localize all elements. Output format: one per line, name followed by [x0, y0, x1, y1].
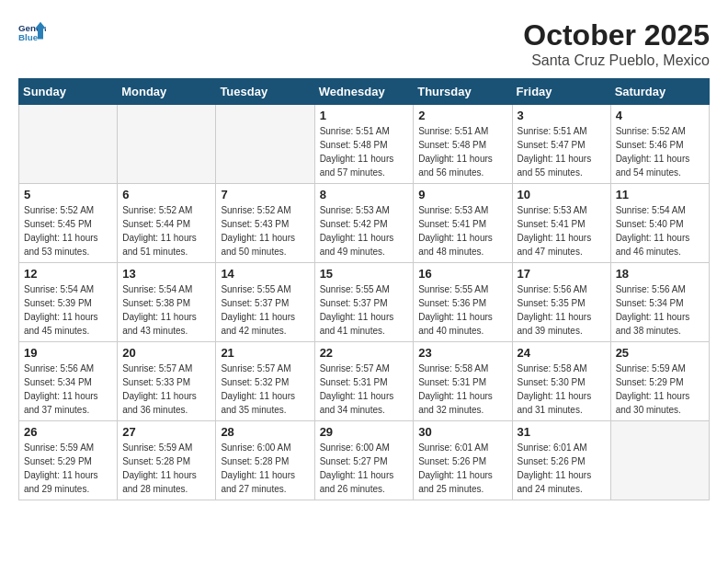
day-number: 2: [418, 109, 506, 122]
day-info: Sunrise: 5:59 AM Sunset: 5:29 PM Dayligh…: [24, 441, 112, 496]
day-number: 14: [221, 267, 309, 281]
calendar-cell: 17Sunrise: 5:56 AM Sunset: 5:35 PM Dayli…: [512, 263, 610, 342]
calendar-cell: 31Sunrise: 6:01 AM Sunset: 5:26 PM Dayli…: [512, 421, 610, 500]
day-info: Sunrise: 5:57 AM Sunset: 5:33 PM Dayligh…: [122, 362, 210, 417]
day-info: Sunrise: 5:53 AM Sunset: 5:42 PM Dayligh…: [320, 203, 409, 259]
day-info: Sunrise: 5:53 AM Sunset: 5:41 PM Dayligh…: [518, 203, 606, 259]
day-number: 8: [320, 188, 409, 201]
logo-icon: General Blue: [18, 18, 46, 46]
day-info: Sunrise: 5:57 AM Sunset: 5:32 PM Dayligh…: [221, 362, 309, 417]
calendar-cell: 27Sunrise: 5:59 AM Sunset: 5:28 PM Dayli…: [118, 421, 216, 500]
calendar-cell: 30Sunrise: 6:01 AM Sunset: 5:26 PM Dayli…: [414, 421, 512, 500]
day-number: 13: [122, 267, 210, 281]
calendar-cell: 24Sunrise: 5:58 AM Sunset: 5:30 PM Dayli…: [512, 342, 610, 421]
calendar-cell: [118, 105, 216, 184]
day-info: Sunrise: 5:59 AM Sunset: 5:28 PM Dayligh…: [122, 441, 210, 496]
day-info: Sunrise: 5:56 AM Sunset: 5:34 PM Dayligh…: [616, 282, 704, 338]
day-info: Sunrise: 5:53 AM Sunset: 5:41 PM Dayligh…: [418, 203, 506, 259]
header: General Blue General Blue October 2025 S…: [18, 18, 710, 69]
day-info: Sunrise: 5:55 AM Sunset: 5:37 PM Dayligh…: [221, 282, 309, 338]
day-number: 19: [24, 346, 112, 360]
weekday-header-row: SundayMondayTuesdayWednesdayThursdayFrid…: [19, 79, 710, 105]
day-number: 11: [616, 188, 704, 201]
page-container: General Blue General Blue October 2025 S…: [18, 18, 710, 500]
calendar-cell: 1Sunrise: 5:51 AM Sunset: 5:48 PM Daylig…: [314, 105, 414, 184]
month-title: October 2025: [523, 18, 710, 52]
day-number: 10: [518, 188, 606, 201]
day-info: Sunrise: 5:57 AM Sunset: 5:31 PM Dayligh…: [320, 362, 409, 417]
day-number: 5: [24, 188, 112, 201]
day-number: 12: [24, 267, 112, 281]
weekday-thursday: Thursday: [414, 79, 512, 105]
day-info: Sunrise: 6:00 AM Sunset: 5:28 PM Dayligh…: [221, 441, 309, 496]
weekday-saturday: Saturday: [610, 79, 709, 105]
day-number: 6: [122, 188, 210, 201]
calendar-cell: 3Sunrise: 5:51 AM Sunset: 5:47 PM Daylig…: [512, 105, 610, 184]
day-info: Sunrise: 6:01 AM Sunset: 5:26 PM Dayligh…: [418, 441, 506, 496]
day-info: Sunrise: 5:55 AM Sunset: 5:36 PM Dayligh…: [418, 282, 506, 338]
day-number: 4: [616, 109, 704, 122]
day-info: Sunrise: 5:52 AM Sunset: 5:44 PM Dayligh…: [122, 203, 210, 259]
calendar-cell: 8Sunrise: 5:53 AM Sunset: 5:42 PM Daylig…: [314, 184, 414, 263]
weekday-sunday: Sunday: [19, 79, 118, 105]
calendar-cell: 14Sunrise: 5:55 AM Sunset: 5:37 PM Dayli…: [216, 263, 314, 342]
day-info: Sunrise: 5:52 AM Sunset: 5:46 PM Dayligh…: [616, 124, 704, 179]
calendar-cell: [216, 105, 314, 184]
calendar-cell: 12Sunrise: 5:54 AM Sunset: 5:39 PM Dayli…: [19, 263, 118, 342]
calendar-cell: 18Sunrise: 5:56 AM Sunset: 5:34 PM Dayli…: [610, 263, 709, 342]
day-number: 18: [616, 267, 704, 281]
location-title: Santa Cruz Pueblo, Mexico: [523, 52, 710, 69]
calendar-cell: 28Sunrise: 6:00 AM Sunset: 5:28 PM Dayli…: [216, 421, 314, 500]
day-info: Sunrise: 5:58 AM Sunset: 5:30 PM Dayligh…: [518, 362, 606, 417]
calendar-cell: [19, 105, 118, 184]
day-number: 28: [221, 425, 309, 439]
calendar-cell: 22Sunrise: 5:57 AM Sunset: 5:31 PM Dayli…: [314, 342, 414, 421]
day-number: 21: [221, 346, 309, 360]
day-info: Sunrise: 5:56 AM Sunset: 5:35 PM Dayligh…: [518, 282, 606, 338]
day-number: 26: [24, 425, 112, 439]
week-row-2: 5Sunrise: 5:52 AM Sunset: 5:45 PM Daylig…: [19, 184, 710, 263]
day-info: Sunrise: 5:51 AM Sunset: 5:47 PM Dayligh…: [518, 124, 606, 179]
calendar-cell: 9Sunrise: 5:53 AM Sunset: 5:41 PM Daylig…: [414, 184, 512, 263]
day-number: 3: [518, 109, 606, 122]
day-number: 20: [122, 346, 210, 360]
day-number: 16: [418, 267, 506, 281]
day-number: 1: [320, 109, 409, 122]
day-info: Sunrise: 5:51 AM Sunset: 5:48 PM Dayligh…: [320, 124, 409, 179]
calendar-cell: [610, 421, 709, 500]
calendar-table: SundayMondayTuesdayWednesdayThursdayFrid…: [18, 78, 710, 500]
weekday-friday: Friday: [512, 79, 610, 105]
calendar-cell: 26Sunrise: 5:59 AM Sunset: 5:29 PM Dayli…: [19, 421, 118, 500]
day-number: 24: [518, 346, 606, 360]
day-info: Sunrise: 5:58 AM Sunset: 5:31 PM Dayligh…: [418, 362, 506, 417]
weekday-tuesday: Tuesday: [216, 79, 314, 105]
calendar-cell: 16Sunrise: 5:55 AM Sunset: 5:36 PM Dayli…: [414, 263, 512, 342]
day-info: Sunrise: 6:00 AM Sunset: 5:27 PM Dayligh…: [320, 441, 409, 496]
day-info: Sunrise: 6:01 AM Sunset: 5:26 PM Dayligh…: [518, 441, 606, 496]
weekday-wednesday: Wednesday: [314, 79, 414, 105]
day-number: 25: [616, 346, 704, 360]
week-row-3: 12Sunrise: 5:54 AM Sunset: 5:39 PM Dayli…: [19, 263, 710, 342]
day-number: 29: [320, 425, 409, 439]
day-info: Sunrise: 5:59 AM Sunset: 5:29 PM Dayligh…: [616, 362, 704, 417]
calendar-cell: 29Sunrise: 6:00 AM Sunset: 5:27 PM Dayli…: [314, 421, 414, 500]
day-info: Sunrise: 5:51 AM Sunset: 5:48 PM Dayligh…: [418, 124, 506, 179]
svg-text:Blue: Blue: [18, 32, 39, 42]
day-number: 23: [418, 346, 506, 360]
week-row-5: 26Sunrise: 5:59 AM Sunset: 5:29 PM Dayli…: [19, 421, 710, 500]
calendar-cell: 15Sunrise: 5:55 AM Sunset: 5:37 PM Dayli…: [314, 263, 414, 342]
logo: General Blue General Blue: [18, 18, 48, 46]
day-info: Sunrise: 5:52 AM Sunset: 5:43 PM Dayligh…: [221, 203, 309, 259]
day-number: 9: [418, 188, 506, 201]
calendar-cell: 6Sunrise: 5:52 AM Sunset: 5:44 PM Daylig…: [118, 184, 216, 263]
calendar-cell: 4Sunrise: 5:52 AM Sunset: 5:46 PM Daylig…: [610, 105, 709, 184]
week-row-4: 19Sunrise: 5:56 AM Sunset: 5:34 PM Dayli…: [19, 342, 710, 421]
day-info: Sunrise: 5:56 AM Sunset: 5:34 PM Dayligh…: [24, 362, 112, 417]
calendar-cell: 2Sunrise: 5:51 AM Sunset: 5:48 PM Daylig…: [414, 105, 512, 184]
calendar-cell: 20Sunrise: 5:57 AM Sunset: 5:33 PM Dayli…: [118, 342, 216, 421]
calendar-cell: 19Sunrise: 5:56 AM Sunset: 5:34 PM Dayli…: [19, 342, 118, 421]
calendar-cell: 7Sunrise: 5:52 AM Sunset: 5:43 PM Daylig…: [216, 184, 314, 263]
day-info: Sunrise: 5:54 AM Sunset: 5:39 PM Dayligh…: [24, 282, 112, 338]
day-info: Sunrise: 5:52 AM Sunset: 5:45 PM Dayligh…: [24, 203, 112, 259]
calendar-cell: 10Sunrise: 5:53 AM Sunset: 5:41 PM Dayli…: [512, 184, 610, 263]
